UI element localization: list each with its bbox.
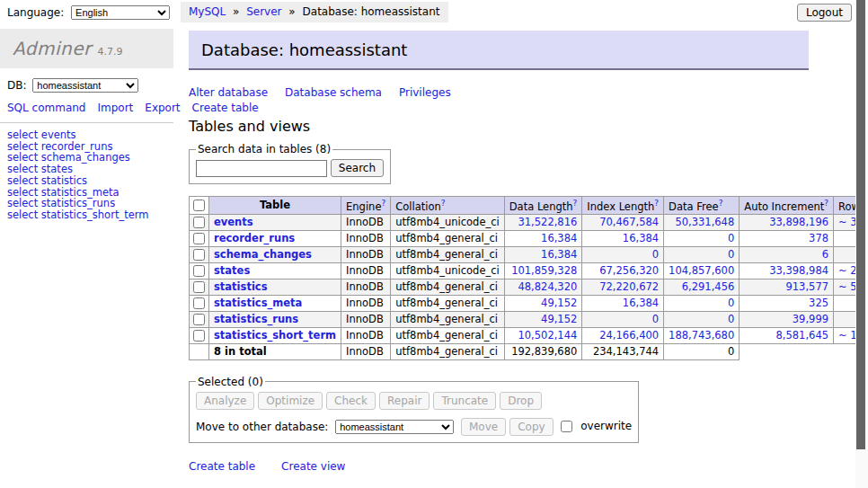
sidebar-select-link[interactable]: select states bbox=[7, 164, 173, 175]
auto-increment-link[interactable]: 33,898,196 bbox=[769, 216, 828, 228]
move-button[interactable]: Move bbox=[461, 418, 506, 436]
auto-increment-link[interactable]: 39,999 bbox=[793, 313, 828, 325]
select-all-cell bbox=[190, 197, 209, 215]
create-table-link[interactable]: Create table bbox=[189, 460, 255, 473]
breadcrumb-link-server[interactable]: Server bbox=[246, 5, 281, 18]
table-name-link[interactable]: recorder_runs bbox=[214, 232, 295, 244]
sidebar-action-export[interactable]: Export bbox=[145, 102, 180, 114]
auto-increment-link[interactable]: 8,581,645 bbox=[776, 329, 829, 342]
index-length-link[interactable]: 72,220,672 bbox=[599, 280, 659, 293]
search-button[interactable]: Search bbox=[331, 159, 384, 177]
index-length-cell: 16,384 bbox=[582, 295, 664, 311]
page-link-privileges[interactable]: Privileges bbox=[399, 86, 451, 99]
page-links: Alter databaseDatabase schemaPrivileges bbox=[189, 86, 809, 99]
sidebar-action-sql-command[interactable]: SQL command bbox=[7, 102, 85, 114]
row-checkbox[interactable] bbox=[193, 281, 205, 293]
help-link[interactable]: ? bbox=[441, 199, 446, 208]
auto-increment-link[interactable]: 913,577 bbox=[785, 280, 828, 293]
row-checkbox[interactable] bbox=[193, 217, 205, 228]
help-link[interactable]: ? bbox=[573, 199, 578, 208]
table-name-link[interactable]: statistics bbox=[214, 280, 268, 293]
auto-increment-link[interactable]: 378 bbox=[809, 232, 828, 244]
table-name-link[interactable]: statistics_meta bbox=[214, 297, 302, 309]
index-length-link[interactable]: 70,467,584 bbox=[599, 216, 659, 228]
sidebar-action-import[interactable]: Import bbox=[97, 102, 133, 114]
row-checkbox[interactable] bbox=[193, 297, 205, 309]
data-length-link[interactable]: 49,152 bbox=[541, 313, 577, 325]
column-header-label: Index Length bbox=[587, 200, 654, 213]
auto-increment-cell: 325 bbox=[740, 295, 834, 311]
sidebar-select-link[interactable]: select statistics bbox=[7, 175, 173, 187]
engine-cell: InnoDB bbox=[341, 262, 391, 279]
vertical-scrollbar[interactable] bbox=[855, 0, 868, 488]
index-length-cell: 0 bbox=[582, 246, 664, 262]
language-label: Language: bbox=[7, 6, 64, 19]
logout-button[interactable]: Logout bbox=[797, 4, 852, 22]
help-link[interactable]: ? bbox=[719, 199, 723, 208]
row-checkbox-cell bbox=[190, 295, 209, 311]
row-checkbox[interactable] bbox=[193, 249, 205, 261]
drop-button[interactable]: Drop bbox=[500, 392, 542, 410]
data-free-link[interactable]: 104,857,600 bbox=[669, 264, 734, 277]
data-free-link[interactable]: 0 bbox=[728, 297, 734, 309]
data-free-link[interactable]: 50,331,648 bbox=[675, 216, 734, 228]
row-checkbox-cell bbox=[190, 246, 209, 262]
repair-button[interactable]: Repair bbox=[379, 392, 430, 410]
data-free-link[interactable]: 0 bbox=[728, 248, 734, 261]
db-select[interactable]: homeassistant bbox=[32, 78, 138, 93]
optimize-button[interactable]: Optimize bbox=[258, 392, 323, 410]
truncate-button[interactable]: Truncate bbox=[433, 392, 496, 410]
help-link[interactable]: ? bbox=[824, 199, 828, 208]
help-link[interactable]: ? bbox=[654, 199, 659, 208]
sidebar-select-link[interactable]: select events bbox=[7, 129, 173, 141]
index-length-link[interactable]: 67,256,320 bbox=[599, 264, 659, 277]
auto-increment-link[interactable]: 33,398,984 bbox=[769, 264, 828, 277]
help-link[interactable]: ? bbox=[381, 199, 385, 208]
breadcrumb-link-mysql[interactable]: MySQL bbox=[189, 5, 226, 18]
data-length-link[interactable]: 16,384 bbox=[541, 232, 577, 244]
data-free-link[interactable]: 188,743,680 bbox=[669, 329, 734, 342]
row-checkbox[interactable] bbox=[193, 330, 205, 342]
sidebar-select-link[interactable]: select statistics_short_term bbox=[7, 209, 173, 221]
index-length-link[interactable]: 16,384 bbox=[623, 232, 659, 244]
auto-increment-link[interactable]: 6 bbox=[822, 248, 828, 261]
table-name-link[interactable]: schema_changes bbox=[214, 248, 312, 261]
table-name-cell: states bbox=[209, 262, 341, 279]
auto-increment-cell: 39,999 bbox=[740, 311, 834, 327]
row-checkbox[interactable] bbox=[193, 233, 205, 244]
data-free-link[interactable]: 0 bbox=[728, 232, 734, 244]
table-name-link[interactable]: states bbox=[214, 264, 250, 277]
data-free-link[interactable]: 6,291,456 bbox=[682, 280, 735, 293]
data-length-link[interactable]: 101,859,328 bbox=[511, 264, 577, 277]
move-db-select[interactable]: homeassistant bbox=[335, 420, 454, 434]
overwrite-checkbox[interactable] bbox=[561, 421, 572, 432]
data-free-link[interactable]: 0 bbox=[728, 313, 734, 325]
check-button[interactable]: Check bbox=[326, 392, 376, 410]
data-length-link[interactable]: 49,152 bbox=[541, 297, 577, 309]
select-all-checkbox[interactable] bbox=[193, 200, 205, 211]
index-length-link[interactable]: 24,166,400 bbox=[599, 329, 659, 342]
language-select[interactable]: English bbox=[71, 5, 170, 20]
data-length-link[interactable]: 10,502,144 bbox=[518, 329, 577, 342]
index-length-link[interactable]: 16,384 bbox=[623, 297, 659, 309]
row-checkbox[interactable] bbox=[193, 314, 205, 325]
page-link-alter-database[interactable]: Alter database bbox=[189, 86, 268, 99]
index-length-link[interactable]: 0 bbox=[652, 248, 659, 261]
table-name-link[interactable]: statistics_short_term bbox=[214, 329, 336, 342]
table-name-link[interactable]: events bbox=[214, 216, 253, 228]
index-length-link[interactable]: 0 bbox=[652, 313, 659, 325]
data-length-link[interactable]: 48,824,320 bbox=[518, 280, 577, 293]
collation-cell: utf8mb4_general_ci bbox=[391, 327, 505, 343]
data-length-link[interactable]: 31,522,816 bbox=[518, 216, 577, 228]
auto-increment-link[interactable]: 325 bbox=[809, 297, 828, 309]
data-length-link[interactable]: 16,384 bbox=[541, 248, 577, 261]
table-name-link[interactable]: statistics_runs bbox=[214, 313, 298, 325]
page-link-database-schema[interactable]: Database schema bbox=[285, 86, 382, 99]
scrollbar-thumb[interactable] bbox=[856, 0, 865, 449]
search-input[interactable] bbox=[196, 160, 327, 177]
copy-button[interactable]: Copy bbox=[509, 418, 553, 436]
row-checkbox-cell bbox=[190, 311, 209, 327]
create-view-link[interactable]: Create view bbox=[281, 460, 345, 473]
analyze-button[interactable]: Analyze bbox=[196, 392, 254, 410]
row-checkbox[interactable] bbox=[193, 265, 205, 277]
